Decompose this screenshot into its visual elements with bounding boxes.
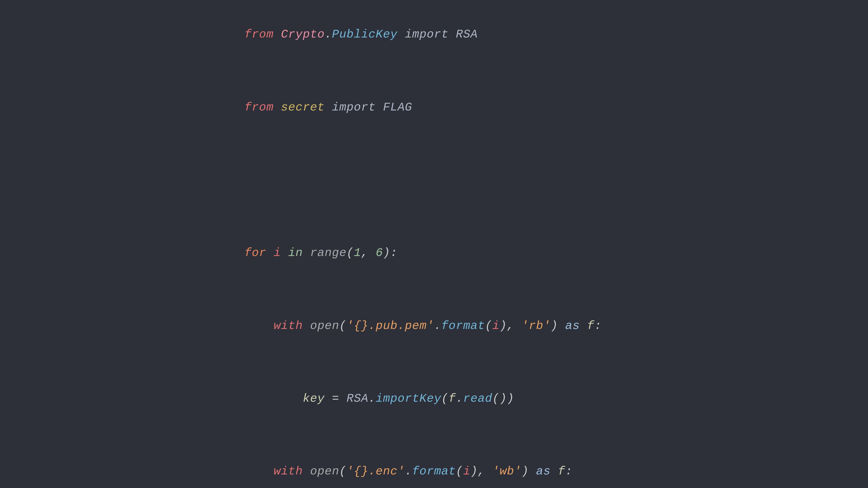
line-import1: from Crypto.PublicKey import RSA xyxy=(245,26,624,44)
var-key: key xyxy=(303,392,325,405)
var-f-1: f xyxy=(587,319,594,332)
num-6: 6 xyxy=(376,246,383,260)
import-kw2: import xyxy=(332,101,376,114)
var-i-1: i xyxy=(274,246,281,260)
string-wb: 'wb' xyxy=(492,465,522,478)
num-1: 1 xyxy=(354,246,361,260)
code-block: #!/usr/bin/env python3 from Crypto.Publi… xyxy=(245,0,624,488)
importkey-method: importKey xyxy=(376,392,441,405)
open-fn-2: open xyxy=(310,465,339,478)
as-keyword-2: as xyxy=(536,465,551,478)
line-with1: with open('{}.pub.pem'.format(i), 'rb') … xyxy=(245,317,624,335)
string-enc: '{}.enc' xyxy=(346,465,405,478)
in-keyword: in xyxy=(288,246,303,260)
format-method-2: format xyxy=(412,465,456,478)
var-i-3: i xyxy=(463,465,470,478)
range-fn: range xyxy=(310,246,346,260)
var-f-2: f xyxy=(449,392,456,405)
open-fn-1: open xyxy=(310,319,339,332)
with-keyword-2: with xyxy=(274,465,303,478)
read-method: read xyxy=(463,392,492,405)
import-kw1: import xyxy=(405,28,448,41)
string-pub-pem-2: pub.pem' xyxy=(376,319,434,332)
line-for: for i in range(1, 6): xyxy=(245,244,624,262)
line-with2: with open('{}.enc'.format(i), 'wb') as f… xyxy=(245,462,624,481)
with-keyword-1: with xyxy=(274,319,303,332)
line-import2: from secret import FLAG xyxy=(245,98,624,117)
format-method-1: format xyxy=(441,319,485,332)
for-keyword: for xyxy=(245,246,267,260)
rsa-class-2: RSA xyxy=(346,392,368,405)
string-rb: 'rb' xyxy=(522,319,551,332)
line-key-assign: key = RSA.importKey(f.read()) xyxy=(245,390,624,408)
module-crypto: Crypto xyxy=(281,28,324,41)
module-secret: secret xyxy=(281,101,324,114)
rsa-class: RSA xyxy=(456,28,478,41)
string-pub-pem: '{} xyxy=(346,319,368,332)
as-keyword-1: as xyxy=(565,319,580,332)
var-i-2: i xyxy=(492,319,500,332)
flag-name-import: FLAG xyxy=(383,101,412,114)
from-kw: from xyxy=(245,28,274,41)
line-blank1 xyxy=(245,171,624,190)
var-f-3: f xyxy=(558,465,565,478)
module-publickey: PublicKey xyxy=(332,28,398,41)
